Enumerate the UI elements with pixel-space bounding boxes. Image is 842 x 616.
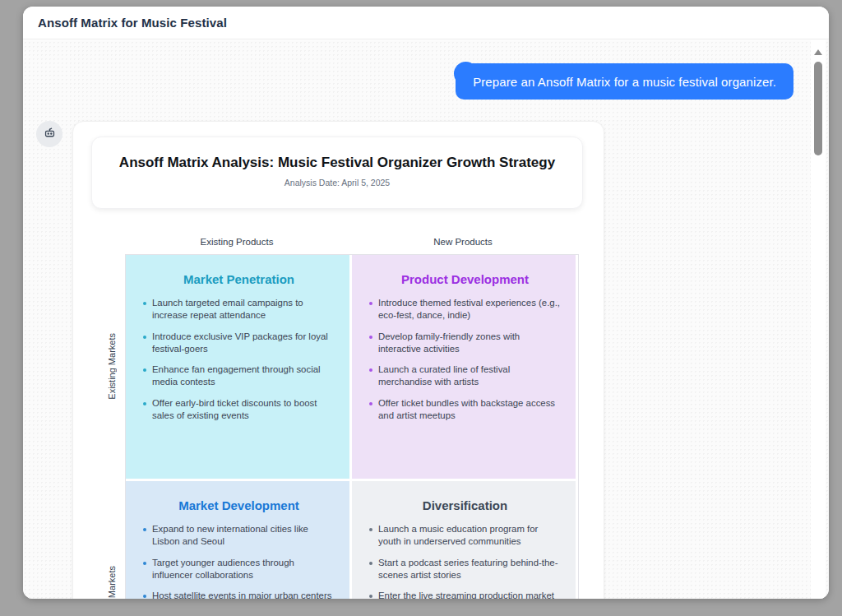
strategy-list: Expand to new international cities like … — [141, 523, 336, 599]
page-title: Ansoff Matrix for Music Festival — [38, 16, 227, 30]
row-label-existing-markets: Existing Markets — [104, 254, 119, 478]
strategy-item: Enter the live streaming production mark… — [368, 590, 562, 599]
strategy-item: Offer ticket bundles with backstage acce… — [368, 397, 562, 423]
user-message-text: Prepare an Ansoff Matrix for a music fes… — [473, 75, 776, 89]
strategy-item: Enhance fan engagement through social me… — [141, 364, 336, 389]
quadrant-title: Diversification — [368, 498, 562, 512]
row-label-new-markets: New Markets — [104, 480, 119, 599]
scrollbar-thumb[interactable] — [814, 62, 822, 155]
strategy-item: Launch targeted email campaigns to incre… — [141, 297, 336, 322]
quadrant-title: Market Development — [141, 498, 336, 512]
strategy-list: Introduce themed festival experiences (e… — [368, 297, 562, 422]
title-bar: Ansoff Matrix for Music Festival — [23, 7, 829, 39]
strategy-item: Introduce themed festival experiences (e… — [368, 297, 562, 322]
robot-icon — [43, 126, 57, 143]
strategy-item: Start a podcast series featuring behind-… — [368, 557, 562, 582]
strategy-item: Develop family-friendly zones with inter… — [368, 331, 562, 356]
quadrant-title: Product Development — [368, 272, 562, 286]
strategy-item: Expand to new international cities like … — [141, 523, 336, 549]
strategy-item: Host satellite events in major urban cen… — [141, 590, 336, 599]
quadrant-title: Market Penetration — [141, 272, 336, 286]
strategy-item: Launch a music education program for you… — [368, 523, 562, 549]
strategy-list: Launch targeted email campaigns to incre… — [141, 297, 336, 422]
column-label-existing-products: Existing Products — [125, 237, 349, 247]
strategy-item: Launch a curated line of festival mercha… — [368, 364, 562, 389]
strategy-list: Launch a music education program for you… — [368, 523, 562, 599]
user-message-bubble: Prepare an Ansoff Matrix for a music fes… — [456, 63, 793, 100]
app-window: Ansoff Matrix for Music Festival Prepare… — [23, 7, 829, 599]
report-title: Ansoff Matrix Analysis: Music Festival O… — [92, 155, 582, 171]
chat-area: Prepare an Ansoff Matrix for a music fes… — [23, 40, 829, 599]
quadrant-product-development: Product Development Introduce themed fes… — [352, 255, 576, 479]
report-header-card: Ansoff Matrix Analysis: Music Festival O… — [91, 137, 583, 209]
strategy-item: Introduce exclusive VIP packages for loy… — [141, 331, 336, 356]
report-date: Analysis Date: April 5, 2025 — [92, 178, 582, 188]
report-card: Ansoff Matrix Analysis: Music Festival O… — [72, 121, 604, 599]
quadrant-market-development: Market Development Expand to new interna… — [126, 481, 349, 599]
assistant-avatar — [36, 121, 62, 147]
ansoff-matrix: Market Penetration Launch targeted email… — [125, 254, 579, 599]
strategy-item: Offer early-bird ticket discounts to boo… — [141, 397, 336, 423]
quadrant-diversification: Diversification Launch a music education… — [352, 481, 576, 599]
vertical-scrollbar[interactable] — [811, 40, 826, 599]
scroll-up-arrow-icon[interactable] — [814, 49, 822, 55]
column-label-new-products: New Products — [351, 237, 575, 247]
quadrant-market-penetration: Market Penetration Launch targeted email… — [126, 255, 349, 479]
strategy-item: Target younger audiences through influen… — [141, 557, 336, 582]
